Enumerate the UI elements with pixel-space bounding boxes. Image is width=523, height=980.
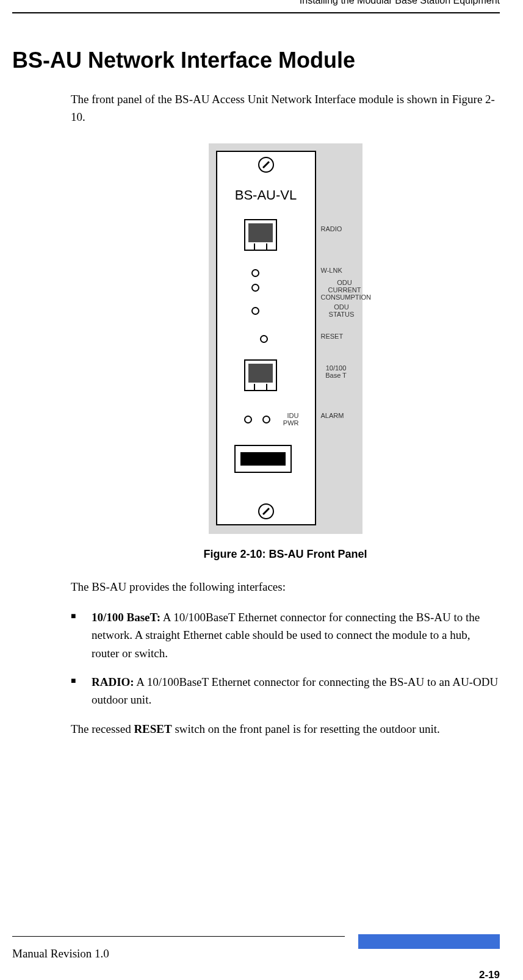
panel-illustration: BS-AU-VL RADIO — [209, 143, 362, 534]
interfaces-lead: The BS-AU provides the following interfa… — [71, 578, 500, 596]
baset-label: 10/100 Base T — [321, 364, 352, 379]
running-header: Installing the Modular Base Station Equi… — [12, 0, 500, 6]
footer-rule — [12, 936, 345, 937]
idu-pwr-led-icon — [244, 416, 252, 423]
screw-icon — [258, 157, 274, 173]
interfaces-list: 10/100 BaseT: A 10/100BaseT Ethernet con… — [71, 608, 500, 709]
baset-port-icon — [244, 359, 277, 391]
reset-label: RESET — [321, 333, 344, 340]
footer: Manual Revision 1.0 2-19 — [12, 936, 500, 960]
footer-accent-bar — [358, 934, 500, 949]
alarm-label: ALARM — [321, 412, 344, 419]
manual-revision: Manual Revision 1.0 — [12, 947, 500, 960]
list-item: RADIO: A 10/100BaseT Ethernet connector … — [71, 673, 500, 709]
bullet-label: 10/100 BaseT: — [92, 611, 161, 624]
idu-pwr-label: IDU PWR — [281, 412, 299, 427]
odu-status-led-icon — [251, 307, 259, 315]
header-rule — [12, 12, 500, 13]
odu-current-label: ODU CURRENT CONSUMPTION — [321, 279, 369, 301]
reset-pre: The recessed — [71, 722, 134, 735]
odu-current-led-icon — [251, 284, 259, 292]
reset-button-icon — [260, 335, 268, 343]
list-item: 10/100 BaseT: A 10/100BaseT Ethernet con… — [71, 608, 500, 662]
wlnk-label: W-LNK — [321, 267, 342, 274]
reset-post: switch on the front panel is for resetti… — [172, 722, 440, 735]
connector-slot-icon — [234, 445, 292, 473]
figure: BS-AU-VL RADIO — [71, 143, 500, 539]
reset-bold: RESET — [134, 722, 171, 735]
page-title: BS-AU Network Interface Module — [12, 48, 500, 73]
figure-caption: Figure 2-10: BS-AU Front Panel — [71, 546, 500, 563]
odu-status-label: ODU STATUS — [321, 303, 362, 318]
intro-paragraph: The front panel of the BS-AU Access Unit… — [71, 90, 500, 126]
reset-paragraph: The recessed RESET switch on the front p… — [71, 720, 500, 738]
alarm-led-icon — [262, 416, 270, 423]
radio-port-icon — [244, 219, 277, 251]
radio-label: RADIO — [321, 225, 342, 232]
screw-icon — [258, 503, 274, 519]
panel-model-label: BS-AU-VL — [217, 185, 315, 206]
bullet-label: RADIO: — [92, 676, 134, 688]
wlnk-led-icon — [251, 269, 259, 277]
bullet-text: A 10/100BaseT Ethernet connector for con… — [92, 676, 498, 706]
page-number: 2-19 — [479, 969, 500, 980]
